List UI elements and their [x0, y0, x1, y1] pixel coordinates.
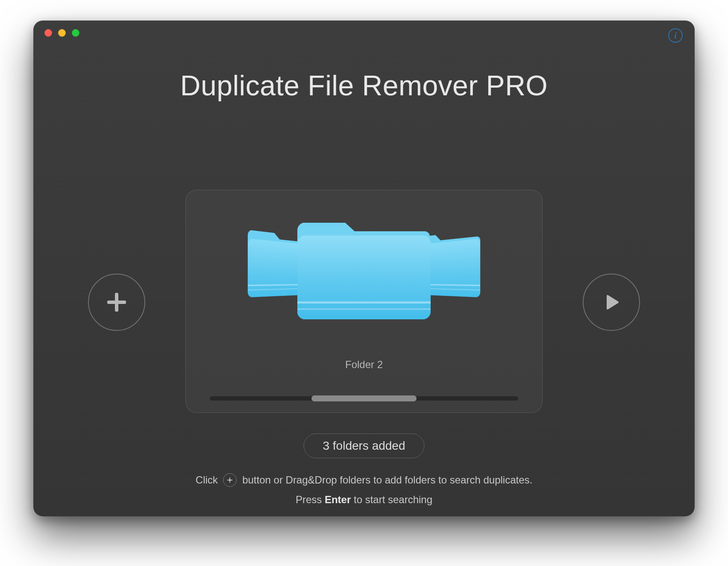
instruction-text: Click button or Drag&Drop folders to add… — [33, 470, 695, 509]
plus-icon — [105, 290, 129, 314]
svg-rect-9 — [297, 301, 431, 304]
svg-rect-1 — [107, 301, 126, 304]
hint-line1-post: button or Drag&Drop folders to add folde… — [242, 474, 532, 486]
coverflow-scrollbar[interactable] — [210, 396, 518, 401]
hint-line2-post: to start searching — [354, 494, 432, 505]
folders-added-pill[interactable]: 3 folders added — [303, 433, 424, 458]
play-icon — [601, 292, 622, 313]
close-window-button[interactable] — [44, 29, 52, 37]
add-folder-button[interactable] — [88, 274, 145, 331]
info-button[interactable]: i — [668, 28, 683, 43]
minimize-window-button[interactable] — [58, 29, 66, 37]
hint-line1-pre: Click — [196, 474, 221, 486]
svg-rect-10 — [297, 308, 431, 310]
folder-coverflow[interactable] — [186, 202, 542, 356]
app-window: i Duplicate File Remover PRO — [33, 21, 695, 516]
hint-plus-icon — [223, 473, 237, 487]
folder-drop-area[interactable]: Folder 2 — [185, 190, 543, 413]
app-title: Duplicate File Remover PRO — [33, 69, 695, 102]
zoom-window-button[interactable] — [72, 29, 79, 37]
info-icon: i — [674, 31, 677, 41]
hint-line2-bold: Enter — [325, 494, 351, 505]
svg-rect-8 — [297, 236, 431, 319]
titlebar: i — [33, 21, 695, 44]
coverflow-scrollbar-thumb[interactable] — [311, 395, 416, 401]
hint-line2-pre: Press — [296, 494, 325, 505]
start-scan-button[interactable] — [583, 274, 640, 331]
folder-icon — [296, 212, 432, 323]
traffic-lights — [44, 29, 79, 37]
selected-folder-label: Folder 2 — [186, 359, 542, 371]
coverflow-folder-selected[interactable] — [296, 212, 432, 323]
svg-rect-12 — [227, 480, 232, 481]
